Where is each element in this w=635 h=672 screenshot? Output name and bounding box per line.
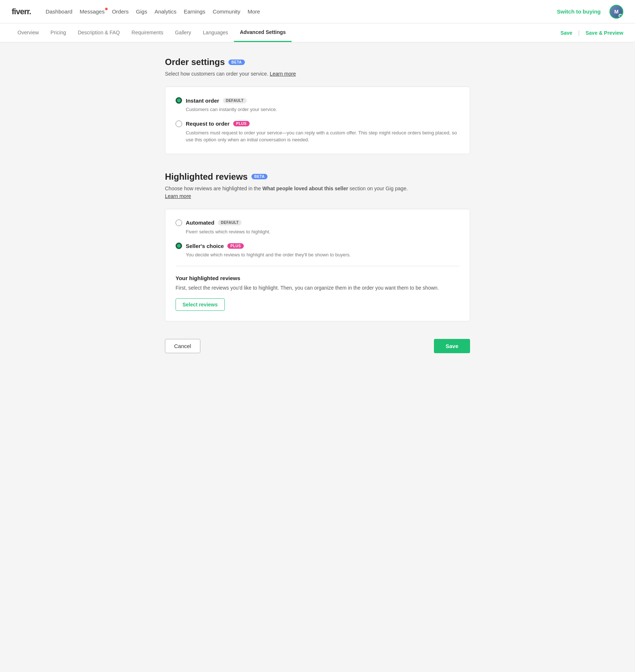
automated-label: Automated [186, 219, 214, 226]
tab-description-faq[interactable]: Description & FAQ [72, 23, 126, 42]
instant-order-radio[interactable] [176, 97, 182, 104]
avatar[interactable]: M [609, 5, 623, 19]
instant-order-option: Instant order DEFAULT Customers can inst… [176, 97, 459, 113]
sellers-choice-label: Seller's choice [186, 243, 224, 249]
request-order-radio[interactable] [176, 121, 182, 127]
nav-analytics[interactable]: Analytics [154, 8, 176, 15]
tab-gallery[interactable]: Gallery [169, 23, 197, 42]
order-settings-beta-badge: BETA [228, 60, 245, 65]
avatar-online-dot [619, 14, 622, 18]
automated-option: Automated DEFAULT Fiverr selects which r… [176, 219, 459, 236]
automated-desc: Fiverr selects which reviews to highligh… [186, 228, 459, 236]
subnav-divider: | [578, 30, 580, 36]
instant-order-label: Instant order [186, 98, 219, 104]
highlighted-sub-desc: First, select the reviews you'd like to … [176, 284, 459, 292]
automated-radio[interactable] [176, 219, 182, 226]
nav-messages[interactable]: Messages [80, 8, 104, 15]
select-reviews-button[interactable]: Select reviews [176, 298, 225, 311]
nav-gigs[interactable]: Gigs [136, 8, 147, 15]
highlighted-reviews-title: Highlighted reviews [165, 172, 248, 182]
navbar: fiverr. Dashboard Messages Orders Gigs A… [0, 0, 635, 23]
logo-text: fiverr. [12, 7, 31, 16]
instant-order-desc: Customers can instantly order your servi… [186, 106, 459, 113]
cancel-button[interactable]: Cancel [165, 339, 200, 353]
tab-requirements[interactable]: Requirements [126, 23, 169, 42]
nav-community[interactable]: Community [213, 8, 240, 15]
nav-earnings[interactable]: Earnings [184, 8, 205, 15]
tab-overview[interactable]: Overview [12, 23, 45, 42]
subnav-save-button[interactable]: Save [561, 30, 573, 36]
highlighted-reviews-header: Highlighted reviews BETA [165, 172, 470, 182]
sellers-choice-radio[interactable] [176, 243, 182, 249]
highlighted-reviews-desc: Choose how reviews are highlighted in th… [165, 185, 470, 200]
order-settings-learn-more[interactable]: Learn more [270, 71, 296, 77]
highlighted-reviews-section: Highlighted reviews BETA Choose how revi… [165, 172, 470, 321]
order-settings-section: Order settings BETA Select how customers… [165, 57, 470, 154]
nav-orders[interactable]: Orders [112, 8, 129, 15]
save-button[interactable]: Save [434, 339, 470, 353]
nav-more[interactable]: More [247, 8, 260, 15]
switch-to-buying-link[interactable]: Switch to buying [557, 8, 601, 15]
request-order-option: Request to order PLUS Customers must req… [176, 121, 459, 144]
highlighted-reviews-card: Automated DEFAULT Fiverr selects which r… [165, 209, 470, 321]
request-order-desc: Customers must request to order your ser… [186, 129, 459, 144]
logo[interactable]: fiverr. [12, 7, 31, 16]
highlighted-sub-title: Your highlighted reviews [176, 275, 459, 281]
sellers-choice-plus-badge: PLUS [227, 243, 244, 249]
card-divider [176, 266, 459, 266]
tab-pricing[interactable]: Pricing [45, 23, 72, 42]
subnav-preview-button[interactable]: Save & Preview [585, 30, 623, 36]
request-order-plus-badge: PLUS [233, 121, 250, 126]
order-settings-title: Order settings [165, 57, 225, 67]
order-settings-desc: Select how customers can order your serv… [165, 70, 470, 78]
automated-default-badge: DEFAULT [218, 220, 242, 225]
order-settings-header: Order settings BETA [165, 57, 470, 67]
tab-advanced-settings[interactable]: Advanced Settings [234, 23, 292, 42]
sellers-choice-option: Seller's choice PLUS You decide which re… [176, 243, 459, 259]
bottom-actions: Cancel Save [165, 339, 470, 353]
sellers-choice-desc: You decide which reviews to highlight an… [186, 251, 459, 259]
instant-order-default-badge: DEFAULT [223, 98, 247, 103]
highlighted-reviews-beta-badge: BETA [251, 174, 268, 179]
highlighted-reviews-learn-more[interactable]: Learn more [165, 193, 191, 199]
order-settings-card: Instant order DEFAULT Customers can inst… [165, 87, 470, 154]
nav-links: Dashboard Messages Orders Gigs Analytics… [46, 8, 548, 15]
main-content: Order settings BETA Select how customers… [153, 42, 482, 368]
request-order-label: Request to order [186, 121, 230, 127]
tab-languages[interactable]: Languages [197, 23, 234, 42]
subnav: Overview Pricing Description & FAQ Requi… [0, 23, 635, 42]
nav-dashboard[interactable]: Dashboard [46, 8, 72, 15]
subnav-actions: Save | Save & Preview [561, 30, 623, 36]
highlighted-sub-section: Your highlighted reviews First, select t… [176, 274, 459, 311]
